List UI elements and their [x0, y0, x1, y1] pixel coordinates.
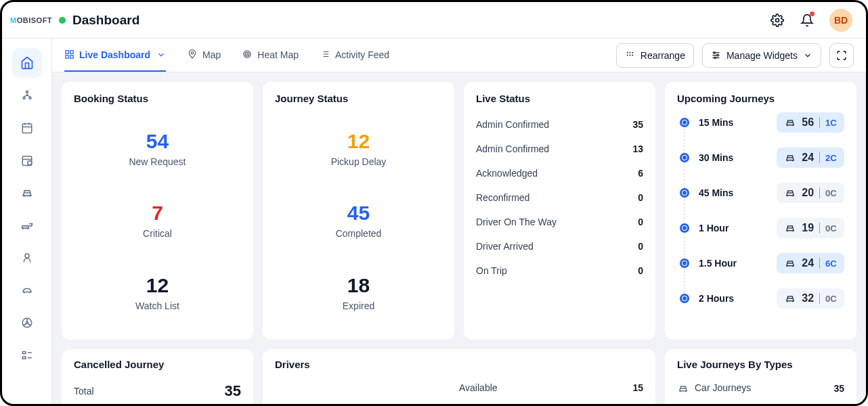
tab-live-dashboard[interactable]: Live Dashboard — [64, 39, 166, 72]
nav-org[interactable] — [12, 81, 42, 110]
svg-point-11 — [25, 254, 29, 258]
row-value: 0 — [638, 241, 643, 252]
tab-label: Map — [202, 49, 221, 60]
nav-fleet[interactable] — [12, 275, 42, 305]
pill-sub: 0C — [825, 223, 837, 233]
pill-count: 24 — [802, 152, 814, 164]
status-dot-icon — [59, 17, 66, 24]
timeline-label: 15 Mins — [699, 117, 767, 128]
pill-sub: 1C — [825, 118, 837, 128]
dashboard-icon — [64, 49, 74, 60]
upcoming-journeys-card: Upcoming Journeys 15 Mins 56 1C 30 Mins … — [665, 82, 856, 340]
timeline-label: 1 Hour — [699, 223, 767, 233]
nav-rides[interactable] — [12, 210, 42, 240]
tab-map[interactable]: Map — [188, 39, 221, 72]
timeline-item[interactable]: 1.5 Hour 24 6C — [680, 253, 844, 273]
stat-label: New Request — [129, 156, 186, 167]
svg-point-37 — [632, 55, 633, 56]
svg-point-32 — [627, 52, 628, 53]
sliders-icon — [711, 50, 721, 60]
live-status-card: Live Status Admin Confirmed35Admin Confi… — [464, 82, 655, 340]
row-value: 6 — [638, 168, 643, 179]
card-title: Journey Status — [275, 93, 442, 104]
chevron-down-icon — [803, 51, 812, 60]
cancelled-journey-card: Cancelled Journey Total35Cancelled by Dr… — [62, 349, 253, 404]
svg-point-1 — [26, 91, 28, 93]
card-title: Upcoming Journeys — [677, 93, 844, 104]
svg-rect-21 — [70, 55, 73, 58]
tab-activity-feed[interactable]: Activity Feed — [320, 39, 389, 72]
car-icon — [677, 382, 689, 394]
nav-calendar[interactable] — [12, 113, 42, 143]
journey-pill: 24 6C — [777, 253, 844, 273]
row-label: Available — [459, 382, 498, 393]
timeline-dot-icon — [680, 223, 689, 233]
nav-driver[interactable] — [12, 308, 42, 338]
timeline-item[interactable]: 1 Hour 19 0C — [680, 218, 844, 238]
journey-pill: 24 2C — [777, 148, 844, 168]
pill-sub: 0C — [825, 294, 837, 304]
stat-value: 54 — [129, 130, 186, 152]
tab-heat-map[interactable]: Heat Map — [242, 39, 299, 72]
tab-label: Live Dashboard — [79, 49, 150, 60]
stat-label: Pickup Delay — [331, 156, 387, 167]
timeline-item[interactable]: 45 Mins 20 0C — [680, 183, 844, 203]
nav-users[interactable] — [12, 243, 42, 273]
drivers-card: Drivers Available15Occupied79 — [263, 349, 655, 404]
notifications-button[interactable] — [800, 13, 815, 28]
notification-dot-icon — [810, 12, 815, 16]
svg-point-22 — [191, 52, 194, 55]
timeline-item[interactable]: 15 Mins 56 1C — [680, 112, 844, 133]
svg-rect-18 — [66, 51, 68, 53]
user-avatar[interactable]: BD — [829, 9, 852, 32]
row-value: 35 — [833, 383, 844, 394]
car-icon — [784, 152, 796, 164]
fullscreen-button[interactable] — [829, 43, 854, 68]
svg-point-43 — [714, 57, 716, 59]
svg-rect-15 — [22, 357, 26, 359]
timeline-dot-icon — [680, 188, 689, 198]
settings-button[interactable] — [770, 13, 785, 28]
nav-schedule[interactable] — [12, 145, 42, 175]
row-label: Reconfirmed — [476, 192, 529, 203]
list-item: Car Journeys35 — [677, 376, 844, 401]
card-title: Cancelled Journey — [74, 359, 241, 370]
row-label: Car Journeys — [677, 382, 751, 394]
row-label: Admin Confirmed — [476, 143, 549, 154]
timeline-item[interactable]: 30 Mins 24 2C — [680, 148, 844, 168]
nav-more[interactable] — [12, 340, 42, 370]
svg-point-25 — [247, 53, 248, 54]
row-label: On Trip — [476, 265, 507, 276]
row-value: 0 — [638, 192, 643, 203]
brand-logo: MOBISOFT — [10, 16, 52, 24]
list-item: Total35 — [74, 376, 241, 404]
timeline-item[interactable]: 2 Hours 32 0C — [680, 288, 844, 309]
nav-vehicles[interactable] — [12, 178, 42, 208]
car-icon — [784, 292, 796, 304]
row-value: 15 — [632, 382, 643, 393]
car-icon — [784, 257, 796, 269]
row-value: 35 — [225, 382, 241, 400]
card-title: Booking Status — [74, 93, 241, 104]
svg-point-42 — [717, 54, 719, 56]
svg-rect-14 — [22, 352, 26, 354]
list-item: Occupied79 — [459, 400, 643, 404]
list-item: Admin Confirmed13 — [476, 137, 643, 161]
stat-label: Expired — [343, 300, 374, 311]
grid-icon — [625, 50, 635, 60]
timeline-label: 2 Hours — [699, 293, 767, 304]
timeline-label: 45 Mins — [699, 187, 767, 198]
stat-label: Completed — [336, 228, 382, 239]
rearrange-button[interactable]: Rearrange — [616, 43, 694, 68]
top-bar: MOBISOFT Dashboard BD — [2, 2, 866, 39]
row-label: Driver Arrived — [476, 241, 534, 252]
stat-value: 12 — [331, 130, 387, 152]
svg-point-10 — [27, 161, 31, 165]
tab-label: Heat Map — [257, 49, 299, 60]
nav-home[interactable] — [12, 48, 42, 78]
svg-point-35 — [627, 55, 628, 56]
svg-point-2 — [23, 97, 25, 99]
card-title: Drivers — [275, 359, 643, 370]
manage-widgets-button[interactable]: Manage Widgets — [702, 43, 821, 68]
svg-rect-19 — [70, 51, 73, 53]
